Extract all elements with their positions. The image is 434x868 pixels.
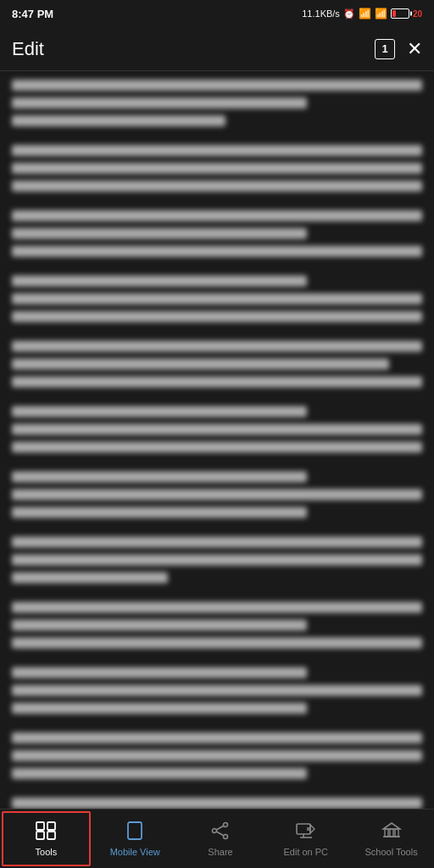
page-title: Edit	[12, 38, 44, 60]
paragraph-gap	[12, 133, 422, 145]
text-line	[12, 537, 422, 548]
paragraph-gap	[12, 329, 422, 341]
text-line	[12, 554, 422, 565]
svg-point-5	[223, 822, 227, 826]
text-line	[12, 685, 422, 696]
text-line	[12, 406, 307, 417]
text-line	[12, 732, 422, 743]
close-icon[interactable]: ✕	[407, 40, 422, 58]
bottom-nav: Tools Mobile View Share	[0, 809, 434, 868]
svg-rect-16	[395, 829, 398, 837]
nav-item-edit-on-pc[interactable]: Edit on PC	[263, 810, 348, 868]
text-line	[12, 311, 422, 322]
svg-rect-3	[47, 832, 55, 839]
status-icons: 11.1KB/s ⏰ 📶 📶 20	[302, 8, 422, 19]
paragraph-gap	[12, 655, 422, 667]
text-line	[12, 275, 307, 287]
text-line	[12, 210, 422, 221]
text-line	[12, 798, 422, 809]
signal-icon: 📶	[359, 8, 371, 19]
battery-fill	[392, 10, 397, 17]
text-line	[12, 507, 307, 518]
paragraph-gap	[12, 394, 422, 406]
text-line	[12, 341, 422, 352]
text-line	[12, 667, 307, 678]
text-line	[12, 703, 307, 714]
status-time: 8:47 PM	[12, 8, 53, 20]
text-line	[12, 442, 422, 453]
document-content	[12, 80, 422, 809]
nav-item-share[interactable]: Share	[178, 810, 264, 868]
text-line	[12, 80, 422, 91]
svg-rect-15	[390, 829, 393, 837]
nav-item-school-tools[interactable]: School Tools	[348, 810, 434, 868]
text-line	[12, 750, 422, 761]
svg-point-6	[212, 828, 216, 832]
header-actions: 1 ✕	[375, 39, 422, 59]
paragraph-gap	[12, 198, 422, 210]
text-line	[12, 637, 422, 648]
text-line	[12, 602, 422, 613]
svg-rect-1	[47, 822, 55, 830]
svg-line-9	[216, 832, 224, 836]
text-line	[12, 163, 422, 174]
school-tools-icon	[381, 821, 402, 843]
text-line	[12, 376, 422, 387]
svg-rect-0	[36, 822, 44, 830]
text-line	[12, 181, 422, 192]
paragraph-gap	[12, 721, 422, 732]
text-line	[12, 97, 307, 108]
text-line	[12, 359, 389, 370]
paragraph-gap	[12, 264, 422, 275]
text-line	[12, 489, 422, 500]
text-line	[12, 471, 307, 482]
share-icon	[211, 821, 230, 843]
badge-button[interactable]: 1	[375, 39, 395, 59]
text-line	[12, 228, 307, 239]
svg-rect-2	[36, 832, 44, 839]
text-line	[12, 620, 307, 631]
nav-item-mobile-view[interactable]: Mobile View	[92, 810, 178, 868]
nav-label-school-tools: School Tools	[365, 847, 418, 857]
nav-label-mobile-view: Mobile View	[110, 847, 160, 857]
text-line	[12, 293, 422, 304]
mobile-view-icon	[127, 821, 142, 843]
text-line	[12, 768, 307, 779]
nav-item-tools[interactable]: Tools	[2, 811, 91, 866]
status-bar: 8:47 PM 11.1KB/s ⏰ 📶 📶 20	[0, 0, 434, 27]
nav-label-edit-on-pc: Edit on PC	[283, 847, 328, 857]
paragraph-gap	[12, 590, 422, 602]
svg-rect-4	[128, 822, 142, 839]
svg-marker-13	[383, 823, 400, 829]
svg-rect-10	[297, 824, 310, 834]
text-line	[12, 572, 168, 583]
svg-line-8	[216, 826, 224, 830]
battery-icon	[391, 8, 409, 19]
edit-on-pc-icon	[296, 821, 316, 843]
network-speed: 11.1KB/s	[302, 8, 340, 19]
text-line	[12, 115, 225, 126]
paragraph-gap	[12, 525, 422, 537]
paragraph-gap	[12, 786, 422, 798]
battery-percent: 20	[413, 9, 422, 19]
paragraph-gap	[12, 459, 422, 471]
text-line	[12, 145, 422, 156]
nav-label-share: Share	[208, 847, 232, 857]
content-area	[0, 71, 434, 809]
text-line	[12, 424, 422, 435]
text-line	[12, 246, 422, 257]
tools-icon	[36, 821, 56, 843]
nav-label-tools: Tools	[36, 847, 58, 857]
wifi-icon: 📶	[375, 8, 387, 19]
svg-point-7	[223, 834, 227, 838]
clock-icon: ⏰	[343, 8, 355, 19]
svg-rect-14	[385, 829, 388, 837]
header: Edit 1 ✕	[0, 27, 434, 71]
